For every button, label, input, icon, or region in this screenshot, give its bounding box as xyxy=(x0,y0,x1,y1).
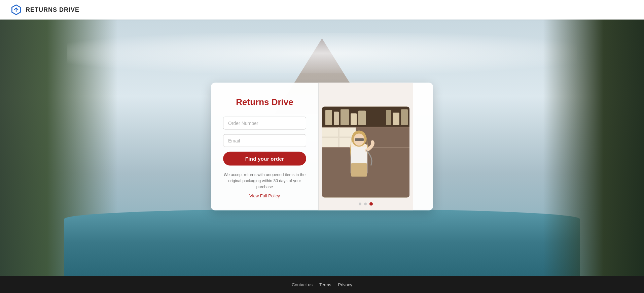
carousel-dots xyxy=(359,202,373,206)
image-side xyxy=(319,83,413,210)
find-order-button[interactable]: Find your order xyxy=(223,152,306,166)
logo-icon xyxy=(10,4,22,16)
svg-rect-8 xyxy=(351,113,357,125)
svg-rect-11 xyxy=(393,113,399,125)
email-input[interactable] xyxy=(223,134,306,147)
carousel-dot-3[interactable] xyxy=(369,202,373,206)
svg-rect-3 xyxy=(322,127,409,128)
product-image xyxy=(322,107,409,198)
bg-lake xyxy=(64,209,579,276)
logo-text: RETURNS DRIVE xyxy=(26,6,79,13)
footer-contact-us[interactable]: Contact us xyxy=(292,282,313,287)
carousel-dot-1[interactable] xyxy=(359,203,361,205)
svg-rect-12 xyxy=(401,109,408,125)
product-image-svg xyxy=(322,107,409,198)
footer-terms[interactable]: Terms xyxy=(319,282,331,287)
footer: Contact us Terms Privacy xyxy=(0,276,644,293)
svg-rect-9 xyxy=(358,111,366,125)
footer-privacy[interactable]: Privacy xyxy=(338,282,352,287)
bg-trees-right xyxy=(543,20,644,276)
svg-rect-6 xyxy=(334,112,339,125)
logo-container[interactable]: RETURNS DRIVE xyxy=(10,4,79,16)
svg-rect-7 xyxy=(341,109,349,125)
card-title: Returns Drive xyxy=(236,97,293,107)
order-number-input[interactable] xyxy=(223,117,306,130)
form-side: Returns Drive Find your order We accept … xyxy=(211,83,319,210)
main-card: Returns Drive Find your order We accept … xyxy=(211,83,433,210)
svg-rect-5 xyxy=(325,110,332,125)
header: RETURNS DRIVE xyxy=(0,0,644,20)
carousel-dot-2[interactable] xyxy=(364,203,367,205)
svg-rect-22 xyxy=(322,128,409,198)
svg-rect-10 xyxy=(386,110,391,125)
view-policy-link[interactable]: View Full Policy xyxy=(249,193,280,198)
bg-fog xyxy=(67,33,577,73)
policy-text: We accept returns with unopened items in… xyxy=(223,172,306,190)
